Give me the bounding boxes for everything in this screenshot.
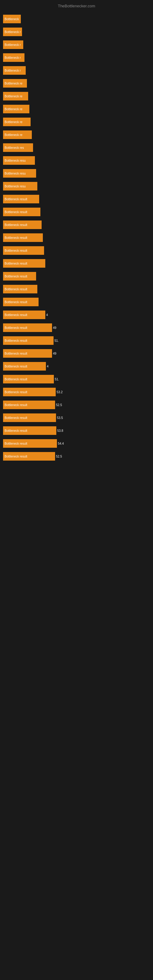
bar-row: Bottleneck re bbox=[3, 116, 147, 128]
bar-label: Bottleneck result bbox=[3, 195, 39, 204]
bar-row: Bottleneck result bbox=[3, 296, 147, 308]
bar-row: Bottleneck resu bbox=[3, 155, 147, 166]
bar-row: Bottleneck r bbox=[3, 26, 147, 38]
bar-row: Bottleneck result51. bbox=[3, 373, 147, 385]
bar-value: 53.5 bbox=[57, 416, 63, 420]
bar-label: Bottleneck re bbox=[3, 130, 32, 139]
bar-row: Bottleneck result bbox=[3, 219, 147, 231]
bar-value: 51. bbox=[55, 378, 59, 381]
bar-label: Bottleneck result bbox=[3, 323, 52, 332]
bar-label: Bottleneck result bbox=[3, 426, 56, 435]
bar-value: 53.8 bbox=[57, 429, 63, 433]
bar-label: Bottleneck resu bbox=[3, 156, 35, 165]
bar-label: Bottleneck result bbox=[3, 414, 56, 422]
bar-value: 53.2 bbox=[57, 390, 62, 394]
bar-row: Bottleneck re bbox=[3, 129, 147, 140]
chart-container: BottleneckBottleneck rBottleneck rBottle… bbox=[0, 10, 153, 469]
bar-label: Bottleneck r bbox=[3, 27, 22, 36]
bar-row: Bottleneck result bbox=[3, 283, 147, 295]
bar-row: Bottleneck result52.5 bbox=[3, 450, 147, 462]
bar-label: Bottleneck re bbox=[3, 105, 29, 113]
bar-row: Bottleneck result51. bbox=[3, 335, 147, 346]
bar-row: Bottleneck result bbox=[3, 245, 147, 256]
bar-label: Bottleneck result bbox=[3, 233, 43, 242]
bar-label: Bottleneck result bbox=[3, 388, 56, 396]
bar-label: Bottleneck res bbox=[3, 143, 33, 152]
bar-row: Bottleneck resu bbox=[3, 167, 147, 179]
bar-row: Bottleneck re bbox=[3, 78, 147, 89]
bar-label: Bottleneck result bbox=[3, 310, 45, 319]
bar-row: Bottleneck result53.5 bbox=[3, 412, 147, 423]
bar-label: Bottleneck resu bbox=[3, 169, 36, 178]
bar-value: 54.4 bbox=[58, 442, 64, 445]
bar-label: Bottleneck result bbox=[3, 336, 54, 345]
bar-row: Bottleneck r bbox=[3, 52, 147, 64]
bar-row: Bottleneck result54.4 bbox=[3, 438, 147, 449]
bar-label: Bottleneck resu bbox=[3, 182, 37, 191]
bar-value: 49 bbox=[53, 352, 56, 355]
bar-label: Bottleneck result bbox=[3, 208, 40, 216]
bar-row: Bottleneck result bbox=[3, 232, 147, 243]
bar-row: Bottleneck res bbox=[3, 142, 147, 153]
bar-row: Bottleneck result bbox=[3, 258, 147, 269]
bar-label: Bottleneck re bbox=[3, 118, 30, 126]
bar-row: Bottleneck result49 bbox=[3, 322, 147, 334]
bar-row: Bottleneck result49 bbox=[3, 348, 147, 359]
bar-label: Bottleneck result bbox=[3, 221, 41, 229]
bar-row: Bottleneck r bbox=[3, 65, 147, 76]
bar-label: Bottleneck r bbox=[3, 66, 26, 75]
bar-row: Bottleneck re bbox=[3, 90, 147, 102]
bar-label: Bottleneck result bbox=[3, 259, 45, 268]
bar-label: Bottleneck result bbox=[3, 375, 54, 383]
bar-row: Bottleneck result52.5 bbox=[3, 399, 147, 411]
bar-label: Bottleneck bbox=[3, 15, 21, 23]
bar-label: Bottleneck r bbox=[3, 40, 23, 49]
bar-label: Bottleneck r bbox=[3, 53, 24, 62]
site-title: TheBottlenecker.com bbox=[58, 4, 95, 8]
bar-value: 4 bbox=[46, 313, 48, 317]
bar-value: 49 bbox=[53, 326, 56, 329]
bar-label: Bottleneck result bbox=[3, 401, 55, 409]
bar-label: Bottleneck result bbox=[3, 272, 36, 280]
bar-label: Bottleneck result bbox=[3, 349, 52, 358]
bar-row: Bottleneck result bbox=[3, 270, 147, 282]
bar-row: Bottleneck result4 bbox=[3, 309, 147, 321]
bar-row: Bottleneck result bbox=[3, 193, 147, 205]
bar-row: Bottleneck result53.8 bbox=[3, 425, 147, 436]
bar-label: Bottleneck re bbox=[3, 92, 28, 100]
bar-label: Bottleneck re bbox=[3, 79, 27, 88]
bar-label: Bottleneck result bbox=[3, 452, 55, 461]
bar-label: Bottleneck result bbox=[3, 362, 46, 371]
bar-value: 52.5 bbox=[56, 455, 62, 458]
bar-row: Bottleneck re bbox=[3, 103, 147, 115]
bar-label: Bottleneck result bbox=[3, 285, 37, 293]
bar-row: Bottleneck resu bbox=[3, 180, 147, 192]
page-header: TheBottlenecker.com bbox=[0, 0, 153, 10]
bar-row: Bottleneck result53.2 bbox=[3, 386, 147, 398]
bar-label: Bottleneck result bbox=[3, 439, 57, 448]
bar-row: Bottleneck r bbox=[3, 39, 147, 51]
bar-row: Bottleneck result4 bbox=[3, 360, 147, 372]
bar-row: Bottleneck result bbox=[3, 206, 147, 218]
bar-value: 52.5 bbox=[56, 403, 62, 407]
bar-value: 51. bbox=[54, 339, 59, 342]
bar-label: Bottleneck result bbox=[3, 298, 38, 306]
bar-row: Bottleneck bbox=[3, 13, 147, 25]
bar-label: Bottleneck result bbox=[3, 246, 44, 255]
bar-value: 4 bbox=[47, 365, 49, 368]
